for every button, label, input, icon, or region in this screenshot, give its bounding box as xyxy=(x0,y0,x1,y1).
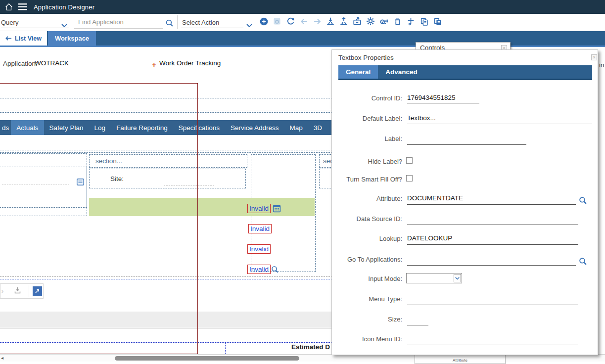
table-mini-toolbar: › xyxy=(0,283,44,299)
import-application-icon[interactable] xyxy=(326,17,335,26)
input-mode-select[interactable] xyxy=(406,273,462,283)
record-tab-bar: ds Actuals Safety Plan Log Failure Repor… xyxy=(0,120,332,135)
menu-type-label: Menu Type: xyxy=(337,295,402,303)
back-arrow-icon xyxy=(5,36,12,41)
default-label-value[interactable]: Textbox... xyxy=(407,114,436,122)
dialog-close-icon[interactable]: x xyxy=(591,54,597,60)
required-field-icon: + xyxy=(152,60,156,69)
scrollbar-thumb[interactable] xyxy=(115,356,299,361)
textbox-properties-dialog: Textbox Properties x General Advanced Co… xyxy=(331,49,598,355)
export-application-icon[interactable] xyxy=(339,17,348,26)
workflow-toggle-icon[interactable] xyxy=(379,17,388,26)
paste-control-icon[interactable] xyxy=(433,17,442,26)
record-tab-specifications[interactable]: Specifications xyxy=(173,120,225,135)
invalid-binding-badge-4[interactable]: Invalid xyxy=(247,265,271,274)
record-tab-clipped[interactable]: ds xyxy=(0,120,11,135)
invalid-binding-badge-1[interactable]: Invalid xyxy=(247,204,271,213)
clipped-text-fragment: in xyxy=(599,61,604,69)
data-source-id-label: Data Source ID: xyxy=(337,215,402,223)
input-mode-label: Input Mode: xyxy=(337,275,402,282)
cut-control-icon[interactable] xyxy=(406,17,415,26)
download-icon[interactable] xyxy=(13,286,22,296)
dialog-tab-bar: General Advanced xyxy=(338,65,592,80)
section-label: section... xyxy=(95,157,122,165)
tab-workspace[interactable]: Workspace xyxy=(48,31,96,46)
action-chevron-icon[interactable] xyxy=(246,21,252,30)
search-icon[interactable] xyxy=(165,19,174,29)
application-field-label: Application: xyxy=(3,60,38,67)
record-tab-failure-reporting[interactable]: Failure Reporting xyxy=(111,120,173,135)
table-footer-band xyxy=(0,312,332,328)
record-tab-3d[interactable]: 3D xyxy=(308,120,327,135)
site-field-box[interactable]: Site: xyxy=(89,169,246,188)
app-title: Application Designer xyxy=(34,3,94,11)
save-icon[interactable] xyxy=(273,17,281,26)
collapse-chevron-icon[interactable]: › xyxy=(1,288,3,295)
estimated-duration-label: Estimated D xyxy=(291,343,330,351)
query-select[interactable]: Query xyxy=(1,19,18,26)
left-field-placeholder xyxy=(2,184,69,184)
dialog-tab-general[interactable]: General xyxy=(338,65,378,79)
lookup-value[interactable]: DATELOOKUP xyxy=(407,234,452,242)
application-description-value[interactable]: Work Order Tracking xyxy=(159,59,221,67)
record-tab-log[interactable]: Log xyxy=(89,120,111,135)
application-designer-screen: Application Designer Query Select Action xyxy=(0,0,605,364)
label-field-label: Label: xyxy=(337,135,402,142)
control-id-label: Control ID: xyxy=(337,94,402,102)
dialog-tab-advanced[interactable]: Advanced xyxy=(378,65,425,79)
lookup-magnifier-icon[interactable] xyxy=(271,266,279,275)
record-tab-service-address[interactable]: Service Address xyxy=(225,120,284,135)
record-tab-map[interactable]: Map xyxy=(284,120,308,135)
attribute-label: Attribute: xyxy=(337,195,402,202)
next-record-icon[interactable] xyxy=(313,17,322,26)
smart-fill-label: Turn Smart Fill Off? xyxy=(337,176,402,183)
icon-menu-id-label: Icon Menu ID: xyxy=(337,335,402,343)
controls-palette-item-attribute[interactable]: Attribute xyxy=(453,358,467,363)
previous-record-icon[interactable] xyxy=(299,17,308,26)
find-application-input[interactable] xyxy=(74,15,163,29)
smart-fill-checkbox[interactable] xyxy=(406,175,413,182)
size-label: Size: xyxy=(337,316,402,323)
view-tabstrip: List View Workspace xyxy=(0,31,605,47)
input-mode-chevron-icon[interactable] xyxy=(454,274,461,282)
delete-control-icon[interactable] xyxy=(393,17,402,26)
attribute-lookup-icon[interactable] xyxy=(579,196,587,205)
site-label: Site: xyxy=(110,175,124,182)
go-to-applications-label: Go To Applications: xyxy=(337,256,402,263)
query-chevron-icon[interactable] xyxy=(61,21,67,30)
toolbar-icon-row xyxy=(259,17,442,26)
scroll-left-arrow[interactable]: ◂ xyxy=(1,355,3,361)
textbox-control-icon[interactable] xyxy=(77,179,84,187)
invalid-binding-badge-3[interactable]: Invalid xyxy=(247,244,271,254)
home-icon[interactable] xyxy=(4,2,14,12)
record-tab-actuals[interactable]: Actuals xyxy=(11,120,44,135)
horizontal-scrollbar[interactable]: ◂ xyxy=(0,354,605,362)
open-fullscreen-button[interactable] xyxy=(33,286,42,296)
attribute-value[interactable]: DOCUMENTDATE xyxy=(407,194,463,202)
copy-control-icon[interactable] xyxy=(419,17,428,26)
top-bar: Application Designer xyxy=(0,0,605,14)
left-field-box[interactable] xyxy=(0,167,87,208)
dialog-title: Textbox Properties xyxy=(338,54,394,61)
menu-hamburger-icon[interactable] xyxy=(18,2,28,12)
select-action-dropdown[interactable]: Select Action xyxy=(182,19,219,26)
invalid-binding-badge-2[interactable]: Invalid xyxy=(248,224,272,233)
site-field-placeholder xyxy=(164,185,214,186)
hide-label-checkbox[interactable] xyxy=(406,157,413,164)
go-to-applications-lookup-icon[interactable] xyxy=(579,257,587,266)
tab-list-view[interactable]: List View xyxy=(0,31,47,46)
application-code-value[interactable]: WOTRACK xyxy=(35,59,69,67)
settings-gear-icon[interactable] xyxy=(366,17,375,26)
lookup-label: Lookup: xyxy=(337,235,402,242)
section-header-box[interactable]: section... xyxy=(89,154,247,168)
add-record-icon[interactable] xyxy=(259,17,268,26)
export-screen-icon[interactable] xyxy=(353,17,362,26)
control-id-value: 1769434551825 xyxy=(407,94,456,101)
clear-changes-icon[interactable] xyxy=(286,17,295,26)
record-tab-safety-plan[interactable]: Safety Plan xyxy=(44,120,89,135)
default-label-label: Default Label: xyxy=(337,115,402,122)
controls-palette-fragment: Attribute xyxy=(415,354,506,364)
calendar-icon[interactable] xyxy=(273,204,281,215)
hide-label-label: Hide Label? xyxy=(337,158,402,165)
